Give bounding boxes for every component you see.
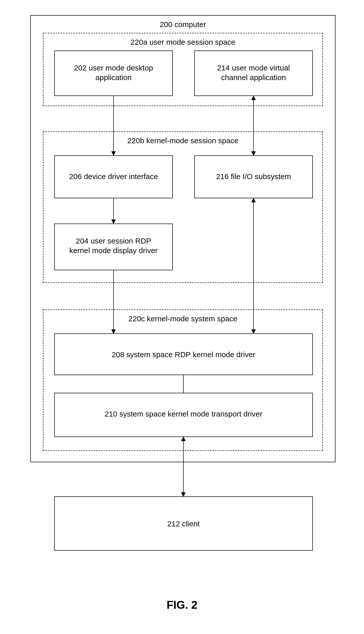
box-212-client-label: 212 client (54, 519, 313, 529)
section-220b-title: 220b kernel-mode session space (43, 136, 323, 145)
box-216-label: 216 file I/O subsystem (194, 172, 313, 181)
box-214-label: 214 user mode virtual channel applicatio… (194, 63, 313, 82)
section-220a-title: 220a user mode session space (43, 37, 323, 47)
box-208-label: 208 system space RDP kernel mode driver (54, 350, 313, 359)
diagram-page: 200 computer 220a user mode session spac… (0, 0, 364, 634)
box-210-label: 210 system space kernel mode transport d… (54, 409, 313, 419)
box-206-label: 206 device driver interface (54, 172, 173, 181)
figure-caption: FIG. 2 (0, 599, 364, 611)
section-220c-title: 220c kernel-mode system space (43, 314, 323, 324)
computer-title: 200 computer (30, 20, 335, 29)
box-204-label: 204 user session RDP kernel mode display… (54, 236, 173, 255)
box-202-label: 202 user mode desktop application (54, 63, 173, 82)
